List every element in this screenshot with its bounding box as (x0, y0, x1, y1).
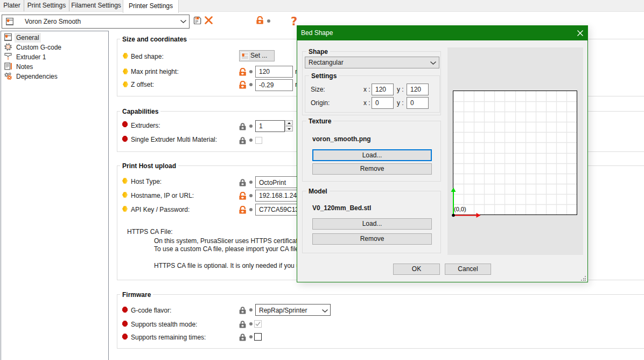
modified-dot-icon[interactable] (249, 83, 253, 86)
lock-icon[interactable] (239, 136, 246, 144)
z-offset-field[interactable]: -0.29 (255, 79, 293, 91)
size-y-text: 120 (410, 86, 421, 93)
custom-gcode-icon (4, 43, 12, 51)
bed-shape-set-button[interactable]: Set ... (239, 50, 275, 61)
unlock-icon[interactable] (239, 206, 246, 214)
size-x-text: 120 (375, 86, 386, 93)
origin-x-field[interactable]: 0 (372, 97, 394, 109)
size-y-field[interactable]: 120 (407, 84, 429, 95)
dot-icon[interactable] (249, 181, 253, 184)
value-text: Rectangular (309, 57, 344, 68)
settings-tree: General Custom G-code Extruder 1 Notes D… (1, 31, 109, 360)
bed-icon (241, 52, 249, 60)
dot-icon[interactable] (249, 322, 253, 326)
spin-up-button[interactable] (285, 120, 293, 126)
close-icon[interactable] (577, 30, 583, 36)
load-button-text: Load... (362, 151, 382, 159)
y-label: y : (397, 99, 404, 107)
bed-preview-panel: (0,0) (447, 47, 583, 255)
dialog-titlebar[interactable]: Bed Shape (297, 25, 588, 40)
ok-button-text: OK (412, 265, 421, 273)
modified-dot-icon[interactable] (249, 194, 253, 197)
cancel-button-text: Cancel (458, 265, 478, 273)
host-type-value-text: OctoPrint (259, 177, 286, 188)
sidebar-item-general[interactable]: General (1, 33, 108, 43)
extruders-spinner[interactable] (285, 120, 293, 132)
y-label: y : (397, 86, 404, 93)
texture-remove-button[interactable]: Remove (312, 163, 432, 175)
model-remove-button[interactable]: Remove (312, 233, 432, 245)
extruders-field[interactable]: 1 (255, 120, 285, 132)
unlock-icon[interactable] (239, 192, 246, 200)
semm-checkbox[interactable] (255, 137, 262, 144)
delete-preset-icon[interactable] (205, 16, 213, 24)
origin-y-field[interactable]: 0 (407, 97, 429, 109)
grip-dot (585, 278, 586, 279)
sidebar-item-dependencies[interactable]: Dependencies (1, 72, 108, 81)
https-ca-file-label: HTTPS CA File: (127, 228, 173, 236)
grip-dot (583, 278, 584, 279)
modified-dot-icon[interactable] (267, 19, 270, 23)
group-title: Shape (306, 49, 330, 56)
lock-icon[interactable] (239, 178, 246, 186)
texture-filename: voron_smooth.png (312, 135, 371, 143)
tab-filament-settings[interactable]: Filament Settings (69, 0, 123, 11)
sidebar-item-extruder-1[interactable]: Extruder 1 (1, 52, 108, 62)
texture-load-button[interactable]: Load... (312, 149, 432, 161)
model-filename: V0_120mm_Bed.stl (312, 204, 371, 212)
tab-printer-settings[interactable]: Printer Settings (123, 0, 179, 13)
api-key-label: API Key / Password: (131, 206, 190, 213)
group-title: Size and coordinates (120, 36, 189, 43)
origin-y-text: 0 (410, 99, 414, 107)
ok-button[interactable]: OK (393, 264, 440, 275)
origin-label: (0,0) (454, 206, 466, 212)
unlock-icon[interactable] (256, 16, 263, 24)
remove-button-text: Remove (360, 165, 384, 172)
unlock-icon[interactable] (239, 68, 246, 76)
group-title: Model (306, 188, 330, 195)
dot-icon[interactable] (249, 308, 253, 311)
stealth-mode-checkbox[interactable] (254, 320, 262, 328)
sidebar-item-notes[interactable]: Notes (1, 62, 108, 72)
gcode-flavor-dropdown[interactable]: RepRap/Sprinter (255, 304, 331, 316)
extruders-label: Extruders: (131, 122, 160, 129)
lock-icon[interactable] (239, 333, 246, 341)
shape-dropdown[interactable]: Rectangular (305, 57, 439, 68)
label-text: Printer Settings (129, 2, 173, 10)
cancel-button[interactable]: Cancel (445, 264, 491, 275)
remove-button-text: Remove (360, 235, 384, 243)
sidebar-item-custom-gcode[interactable]: Custom G-code (1, 43, 108, 52)
lock-icon[interactable] (239, 306, 246, 314)
origin-label: Origin: (311, 99, 330, 107)
tab-print-settings[interactable]: Print Settings (24, 0, 69, 11)
bed-shape-label: Bed shape: (131, 53, 164, 60)
group-title: Texture (306, 118, 333, 125)
check-icon (255, 321, 261, 327)
z-offset-label: Z offset: (131, 81, 154, 88)
x-label: x : (363, 99, 370, 107)
z-offset-value-text: -0.29 (259, 81, 274, 89)
spin-down-button[interactable] (285, 126, 293, 131)
save-preset-icon[interactable] (193, 16, 201, 24)
model-load-button[interactable]: Load... (312, 218, 432, 230)
tab-plater[interactable]: Plater (0, 0, 24, 11)
dependencies-icon (4, 72, 12, 80)
grip-dot (583, 280, 584, 281)
unlock-icon[interactable] (239, 81, 246, 89)
hostname-value-text: 192.168.1.24 (259, 192, 297, 199)
dot-icon[interactable] (249, 124, 253, 128)
extruder-icon (4, 53, 12, 60)
size-x-field[interactable]: 120 (372, 84, 394, 95)
modified-dot-icon[interactable] (249, 208, 253, 211)
label-text: Plater (3, 2, 20, 9)
dot-icon[interactable] (249, 335, 253, 338)
dot-icon[interactable] (249, 139, 253, 142)
grip-dot (585, 276, 586, 277)
remaining-times-checkbox[interactable] (254, 333, 262, 341)
lock-icon[interactable] (239, 320, 246, 328)
preset-combobox[interactable]: Voron Zero Smooth (2, 15, 190, 29)
modified-dot-icon[interactable] (249, 70, 253, 73)
chevron-down-icon (430, 61, 436, 65)
max-print-height-field[interactable]: 120 (255, 66, 293, 78)
lock-icon[interactable] (239, 122, 246, 130)
